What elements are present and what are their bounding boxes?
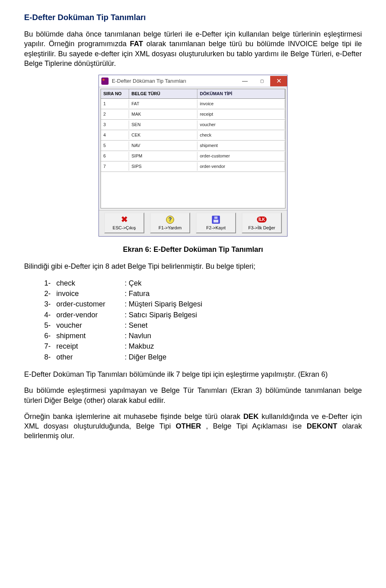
list-item: 2- invoice : Fatura	[44, 288, 362, 299]
cell-belgeturu[interactable]: SIPM	[129, 152, 197, 160]
list-item: 3- order-customer : Müşteri Sipariş Belg…	[44, 299, 362, 309]
table-row[interactable]: 1 FAT invoice	[101, 99, 285, 109]
item-desc: : Senet	[125, 321, 148, 330]
text-bold-other: OTHER	[176, 422, 201, 430]
cell-belgeturu[interactable]: SEN	[129, 120, 197, 129]
item-num: 3-	[44, 299, 56, 309]
item-desc: : Fatura	[125, 289, 150, 298]
paragraph-5: Örneğin banka işlemlerine ait muhasebe f…	[24, 412, 362, 441]
list-item: 5- voucher : Senet	[44, 320, 362, 331]
cell-sirano[interactable]: 3	[101, 120, 129, 129]
item-num: 5-	[44, 321, 56, 330]
list-item: 7- receipt : Makbuz	[44, 341, 362, 351]
ilk-icon: İLK	[257, 215, 266, 224]
list-item: 4- order-vendor : Satıcı Sipariş Belgesi	[44, 310, 362, 320]
text-bold-fat: FAT	[130, 40, 143, 48]
item-code: invoice	[56, 289, 125, 298]
item-code: other	[56, 352, 125, 362]
maximize-button[interactable]: ▢	[253, 76, 270, 86]
paragraph-3: E-Defter Doküman Tip Tanımları bölümünde…	[24, 370, 362, 379]
close-icon: ✖	[120, 215, 129, 224]
cell-dokumantipi[interactable]: invoice	[197, 100, 285, 108]
cell-sirano[interactable]: 7	[101, 162, 129, 171]
cell-dokumantipi[interactable]: shipment	[197, 141, 285, 150]
close-button[interactable]: ✕	[270, 76, 287, 86]
col-header-dokumantipi[interactable]: DÖKÜMAN TİPİ	[197, 89, 285, 98]
minimize-button[interactable]: —	[236, 76, 253, 86]
item-desc: : Navlun	[125, 331, 151, 341]
f2-save-button[interactable]: F2->Kayıt	[196, 212, 236, 233]
cell-belgeturu[interactable]: FAT	[129, 100, 197, 108]
cell-dokumantipi[interactable]: voucher	[197, 120, 285, 129]
figure-caption: Ekran 6: E-Defter Doküman Tip Tanımları	[24, 245, 362, 254]
item-code: order-vendor	[56, 310, 125, 320]
item-num: 4-	[44, 310, 56, 320]
cell-dokumantipi[interactable]: order-customer	[197, 152, 285, 160]
item-code: voucher	[56, 321, 125, 330]
item-code: order-customer	[56, 299, 125, 309]
save-icon	[211, 215, 220, 224]
table-row[interactable]: 7 SIPS order-vendor	[101, 161, 285, 172]
item-num: 2-	[44, 289, 56, 298]
button-label: F2->Kayıt	[206, 225, 226, 231]
text: , Belge Tipi Açıklaması ise	[206, 422, 306, 430]
item-code: shipment	[56, 331, 125, 341]
text: Örneğin banka işlemlerine ait muhasebe f…	[24, 412, 243, 421]
item-desc: : Diğer Belge	[125, 352, 166, 362]
table-row[interactable]: 6 SIPM order-customer	[101, 151, 285, 161]
item-code: check	[56, 278, 125, 288]
button-label: ESC->Çıkış	[113, 225, 136, 231]
item-desc: : Satıcı Sipariş Belgesi	[125, 310, 197, 320]
help-icon: ?	[166, 215, 175, 224]
table-row[interactable]: 5 NAV shipment	[101, 141, 285, 151]
dialog-edeftertip: E-Defter Döküman Tip Tanımları — ▢ ✕ SIR…	[99, 75, 287, 237]
cell-sirano[interactable]: 4	[101, 131, 129, 139]
window-controls: — ▢ ✕	[236, 76, 287, 86]
esc-exit-button[interactable]: ✖ ESC->Çıkış	[104, 212, 144, 233]
button-label: F3->İlk Değer	[248, 225, 275, 231]
col-header-sirano[interactable]: SIRA NO	[101, 89, 129, 98]
item-desc: : Makbuz	[125, 341, 154, 351]
cell-dokumantipi[interactable]: order-vendor	[197, 162, 285, 171]
grid-empty-area[interactable]	[101, 172, 285, 208]
text-bold-dek: DEK	[243, 412, 259, 421]
item-code: receipt	[56, 341, 125, 351]
paragraph-types-intro: Bilindiği gibi e-Defter için 8 adet Belg…	[24, 261, 362, 271]
button-label: F1->Yardım	[158, 225, 182, 231]
app-icon	[101, 78, 109, 85]
table-row[interactable]: 2 MAK receipt	[101, 109, 285, 120]
data-grid[interactable]: SIRA NO BELGE TÜRÜ DÖKÜMAN TİPİ 1 FAT in…	[101, 89, 285, 208]
list-item: 8- other : Diğer Belge	[44, 352, 362, 362]
f1-help-button[interactable]: ? F1->Yardım	[150, 212, 190, 233]
paragraph-intro: Bu bölümde daha önce tanımlanan belge tü…	[24, 29, 362, 68]
col-header-belgeturu[interactable]: BELGE TÜRÜ	[129, 89, 197, 98]
cell-belgeturu[interactable]: MAK	[129, 110, 197, 118]
text-bold-dekont: DEKONT	[307, 422, 337, 430]
cell-sirano[interactable]: 5	[101, 141, 129, 150]
dialog-titlebar: E-Defter Döküman Tip Tanımları — ▢ ✕	[99, 75, 287, 87]
f3-firstvalue-button[interactable]: İLK F3->İlk Değer	[242, 212, 282, 233]
cell-belgeturu[interactable]: SIPS	[129, 162, 197, 171]
cell-belgeturu[interactable]: CEK	[129, 131, 197, 139]
item-desc: : Müşteri Sipariş Belgesi	[125, 299, 202, 309]
item-num: 1-	[44, 278, 56, 288]
item-num: 7-	[44, 341, 56, 351]
cell-belgeturu[interactable]: NAV	[129, 141, 197, 150]
cell-dokumantipi[interactable]: receipt	[197, 110, 285, 118]
table-row[interactable]: 4 CEK check	[101, 130, 285, 141]
list-item: 1- check : Çek	[44, 278, 362, 288]
dialog-title: E-Defter Döküman Tip Tanımları	[112, 78, 236, 85]
item-desc: : Çek	[125, 278, 142, 288]
table-row[interactable]: 3 SEN voucher	[101, 120, 285, 130]
page-title: E-Defter Doküman Tip Tanımları	[24, 12, 362, 23]
dialog-toolbar: ✖ ESC->Çıkış ? F1->Yardım F2->Kayıt İLK …	[99, 210, 287, 236]
cell-sirano[interactable]: 6	[101, 152, 129, 160]
cell-dokumantipi[interactable]: check	[197, 131, 285, 139]
grid-header: SIRA NO BELGE TÜRÜ DÖKÜMAN TİPİ	[101, 89, 285, 99]
cell-sirano[interactable]: 1	[101, 100, 129, 108]
paragraph-4: Bu bölümde eşleştirmesi yapılmayan ve Be…	[24, 386, 362, 405]
list-item: 6- shipment : Navlun	[44, 331, 362, 341]
item-num: 8-	[44, 352, 56, 362]
item-num: 6-	[44, 331, 56, 341]
cell-sirano[interactable]: 2	[101, 110, 129, 118]
